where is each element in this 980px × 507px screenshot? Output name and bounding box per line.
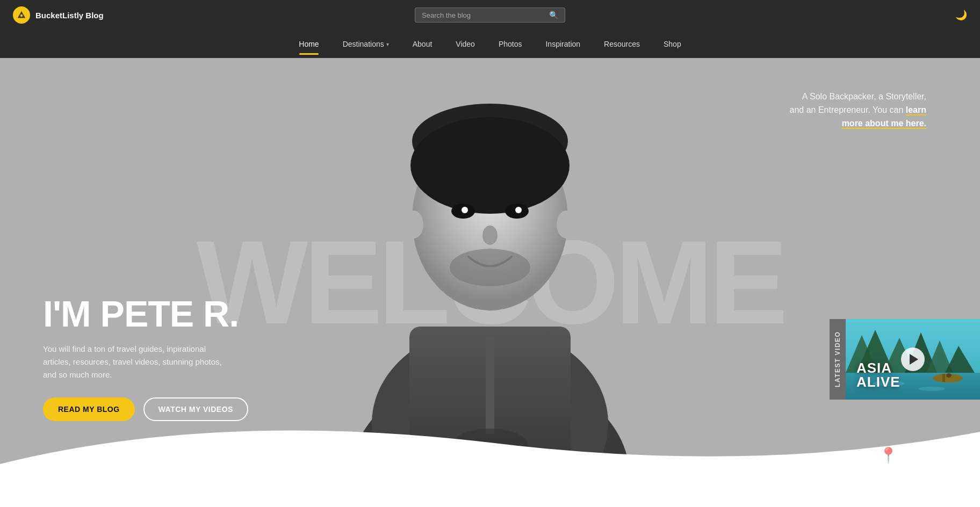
hero-tagline-area: A Solo Backpacker, a Storyteller, and an…: [787, 90, 926, 130]
svg-point-9: [557, 211, 576, 238]
hero-section: WELCOME: [0, 58, 980, 507]
nav-inspiration[interactable]: Inspiration: [536, 38, 590, 50]
logo-area: BucketListly Blog: [13, 6, 104, 24]
nav-home[interactable]: Home: [289, 38, 328, 50]
destinations-dropdown-arrow: ▾: [386, 41, 389, 47]
svg-point-15: [450, 249, 530, 286]
header: BucketListly Blog 🔍 🌙: [0, 0, 980, 30]
hero-buttons: READ MY BLOG WATCH MY VIDEOS: [43, 397, 248, 421]
header-right: 🌙: [955, 9, 967, 21]
play-button[interactable]: [901, 347, 925, 371]
latest-video-widget: Latest Video: [830, 319, 980, 400]
video-thumbnail[interactable]: ASIA ALIVE: [846, 319, 980, 400]
nav-photos[interactable]: Photos: [489, 38, 532, 50]
location-pin-icon: 📍: [879, 446, 898, 464]
svg-point-7: [410, 117, 570, 214]
video-title: ASIA ALIVE: [856, 361, 900, 389]
location-text: Based in Thailand: [903, 446, 937, 464]
logo-text[interactable]: BucketListly Blog: [35, 11, 104, 20]
location-badge: 📍 Based in Thailand: [879, 446, 937, 464]
hero-content-left: I'M PETE R. You will find a ton of trave…: [43, 295, 248, 421]
dark-mode-toggle[interactable]: 🌙: [955, 9, 967, 21]
svg-point-13: [515, 207, 522, 213]
nav-resources[interactable]: Resources: [594, 38, 650, 50]
search-icon: 🔍: [549, 11, 558, 19]
latest-video-label: Latest Video: [830, 319, 846, 400]
hero-bottom-curve: [0, 410, 980, 507]
main-nav: Home Destinations ▾ About Video Photos I…: [0, 30, 980, 58]
hero-tagline: A Solo Backpacker, a Storyteller, and an…: [787, 90, 926, 130]
svg-point-1: [20, 15, 23, 17]
svg-point-14: [482, 226, 498, 245]
svg-point-8: [404, 211, 423, 238]
read-blog-button[interactable]: READ MY BLOG: [43, 397, 135, 421]
svg-rect-30: [942, 374, 945, 382]
nav-destinations[interactable]: Destinations ▾: [333, 38, 399, 50]
hero-description: You will find a ton of travel guides, in…: [43, 343, 226, 381]
watch-videos-button[interactable]: WATCH MY VIDEOS: [143, 397, 248, 421]
nav-about[interactable]: About: [403, 38, 442, 50]
svg-point-12: [462, 207, 468, 213]
search-input[interactable]: [422, 11, 549, 19]
nav-shop[interactable]: Shop: [654, 38, 691, 50]
nav-video[interactable]: Video: [446, 38, 485, 50]
svg-point-31: [946, 373, 952, 378]
svg-point-28: [918, 387, 945, 391]
logo-icon[interactable]: [13, 6, 30, 24]
hero-name: I'M PETE R.: [43, 295, 248, 332]
search-bar[interactable]: 🔍: [415, 8, 565, 23]
play-triangle-icon: [910, 354, 918, 365]
